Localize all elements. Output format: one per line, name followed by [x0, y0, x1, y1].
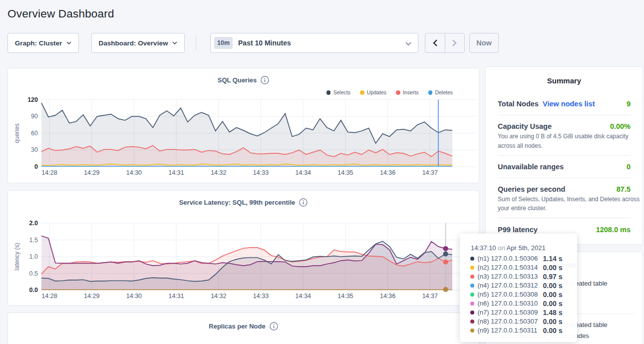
svg-text:14:33: 14:33 [253, 169, 269, 176]
svg-text:14:29: 14:29 [84, 169, 99, 176]
svg-text:14:31: 14:31 [168, 169, 184, 176]
svg-text:1.5: 1.5 [29, 237, 38, 244]
svg-text:14:34: 14:34 [296, 293, 311, 300]
svg-text:14:37: 14:37 [422, 169, 438, 176]
svg-text:14:36: 14:36 [380, 293, 395, 300]
svg-text:2.0: 2.0 [29, 220, 38, 227]
svg-text:14:28: 14:28 [41, 293, 57, 300]
svg-text:14:30: 14:30 [126, 169, 142, 176]
svg-text:90: 90 [31, 113, 38, 120]
svg-text:14:30: 14:30 [126, 293, 142, 300]
svg-text:14:32: 14:32 [211, 293, 226, 300]
svg-text:14:35: 14:35 [337, 169, 353, 176]
svg-text:queries: queries [13, 123, 20, 143]
svg-text:latency (s): latency (s) [13, 243, 20, 270]
svg-text:0.5: 0.5 [29, 270, 38, 277]
svg-text:14:36: 14:36 [380, 169, 395, 176]
svg-text:0.0: 0.0 [29, 287, 38, 294]
svg-text:60: 60 [31, 130, 38, 137]
svg-text:1.0: 1.0 [29, 253, 38, 260]
svg-text:14:31: 14:31 [168, 293, 184, 300]
svg-text:14:34: 14:34 [296, 169, 311, 176]
svg-text:14:33: 14:33 [253, 293, 269, 300]
svg-text:14:32: 14:32 [211, 169, 226, 176]
svg-text:14:29: 14:29 [84, 293, 99, 300]
svg-text:14:35: 14:35 [337, 293, 353, 300]
svg-text:120: 120 [27, 96, 38, 103]
svg-text:14:28: 14:28 [41, 169, 57, 176]
svg-text:30: 30 [31, 146, 38, 153]
svg-text:0: 0 [34, 163, 38, 170]
svg-text:14:37: 14:37 [422, 293, 438, 300]
